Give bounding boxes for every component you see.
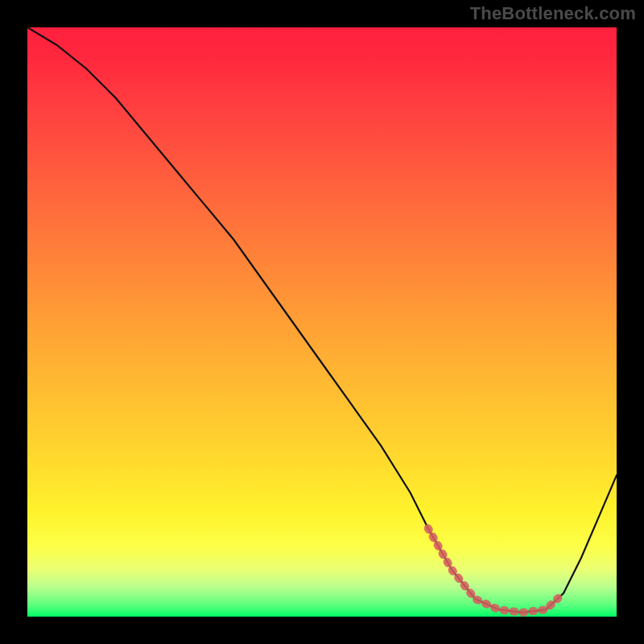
chart-root: TheBottleneck.com [0,0,644,644]
curve-svg [27,27,617,617]
watermark-label: TheBottleneck.com [470,3,636,24]
bottleneck-curve [27,27,617,613]
plot-area [27,27,617,617]
bottleneck-curve-optimal-zone [428,528,564,613]
